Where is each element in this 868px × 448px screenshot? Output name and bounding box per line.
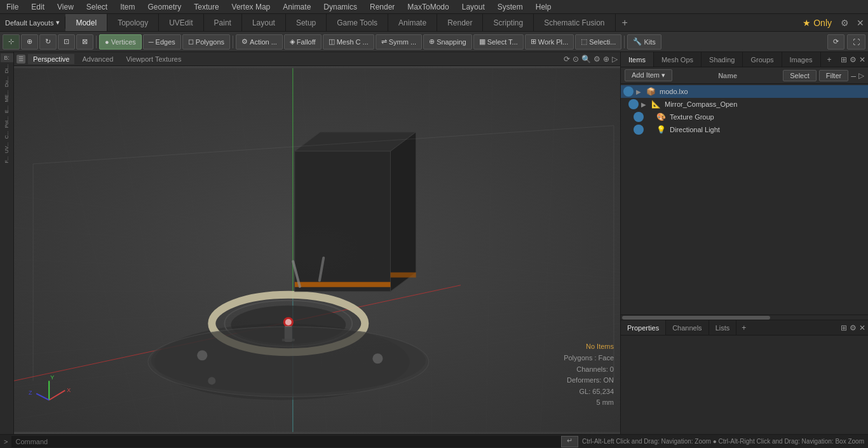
tab-add-button[interactable]: + <box>616 15 634 31</box>
menu-item[interactable]: Item <box>114 1 141 13</box>
tab-scripting[interactable]: Scripting <box>483 14 534 31</box>
props-tab-properties[interactable]: Properties <box>621 320 666 335</box>
item-row-texture[interactable]: 🎨 Texture Group <box>621 111 868 123</box>
menu-vertexmap[interactable]: Vertex Map <box>226 1 277 13</box>
item-expand-modo[interactable]: ▶ <box>636 88 644 95</box>
tab-paint[interactable]: Paint <box>204 14 242 31</box>
right-tab-groups[interactable]: Groups <box>743 52 782 67</box>
item-row-mirror[interactable]: ▶ 📐 Mirror_Compass_Open <box>621 98 868 111</box>
viewport-tab-advanced[interactable]: Advanced <box>77 54 118 64</box>
menu-geometry[interactable]: Geometry <box>142 1 188 13</box>
tool-snapping-button[interactable]: ⊕ Snapping <box>423 34 472 50</box>
tool-select-type-button[interactable]: ▦ Select T... <box>473 34 524 50</box>
tool-selection-button[interactable]: ⬚ Selecti... <box>575 34 621 50</box>
right-panel-close-icon[interactable]: ✕ <box>859 55 865 64</box>
props-close-icon[interactable]: ✕ <box>859 323 865 332</box>
tab-schematic[interactable]: Schematic Fusion <box>534 14 615 31</box>
tab-gametools[interactable]: Game Tools <box>327 14 388 31</box>
right-panel-settings-icon[interactable]: ⚙ <box>850 55 857 64</box>
tool-vertices-button[interactable]: ● Vertices <box>99 34 142 50</box>
tool-rotate-icon[interactable]: ↻ <box>39 34 57 50</box>
item-expand-mirror[interactable]: ▶ <box>641 101 649 108</box>
tool-symm-button[interactable]: ⇌ Symm ... <box>376 34 422 50</box>
command-enter-button[interactable]: ↵ <box>561 436 578 447</box>
tool-polygons-button[interactable]: ◻ Polygons <box>182 34 230 50</box>
menu-edit[interactable]: Edit <box>25 1 51 13</box>
canvas-3d-view[interactable]: X Y Z No Items Polygons : Face Channels:… <box>14 66 620 434</box>
left-tool-0[interactable]: B: <box>1 53 13 62</box>
viewport-settings-icon[interactable]: ⚙ <box>593 55 600 64</box>
item-visibility-texture[interactable] <box>634 112 644 122</box>
items-minus-icon[interactable]: – <box>851 71 856 81</box>
right-tab-items[interactable]: Items <box>621 52 654 67</box>
items-scrollbar[interactable] <box>621 315 868 320</box>
command-input[interactable] <box>11 436 561 447</box>
props-tab-lists[interactable]: Lists <box>709 320 737 335</box>
viewport-tab-textures[interactable]: Viewport Textures <box>121 54 186 64</box>
tab-star[interactable]: ★ Only <box>797 15 837 31</box>
select-type-icon: ▦ <box>479 37 485 46</box>
menu-dynamics[interactable]: Dynamics <box>317 1 363 13</box>
props-expand-icon[interactable]: ⊞ <box>841 323 847 332</box>
tab-model[interactable]: Model <box>65 14 107 31</box>
right-tab-shading[interactable]: Shading <box>702 52 743 67</box>
menu-texture[interactable]: Texture <box>187 1 225 13</box>
tab-render[interactable]: Render <box>437 14 483 31</box>
menu-animate[interactable]: Animate <box>276 1 317 13</box>
tab-topology[interactable]: Topology <box>107 14 159 31</box>
reset-view-button[interactable]: ⟳ <box>827 34 844 50</box>
tool-workplane-button[interactable]: ⊞ Work Pl... <box>525 34 574 50</box>
tool-falloff-button[interactable]: ◈ Falloff <box>284 34 322 50</box>
item-row-modo[interactable]: ▶ 📦 modo.lxo <box>621 85 868 98</box>
tab-settings-icon[interactable]: ⚙ <box>837 17 853 29</box>
select-button[interactable]: Select <box>783 70 817 81</box>
right-tab-images[interactable]: Images <box>782 52 821 67</box>
fullscreen-button[interactable]: ⛶ <box>847 34 865 50</box>
menu-select[interactable]: Select <box>80 1 114 13</box>
canvas-3d-area[interactable]: X Y Z No Items Polygons : Face Channels:… <box>14 66 620 434</box>
tab-animate[interactable]: Animate <box>388 14 437 31</box>
menu-view[interactable]: View <box>51 1 80 13</box>
tool-select-icon[interactable]: ⊹ <box>3 34 20 50</box>
menu-help[interactable]: Help <box>529 1 558 13</box>
item-visibility-mirror[interactable] <box>628 99 639 109</box>
menu-file[interactable]: File <box>0 1 25 13</box>
viewport-zoom-icon[interactable]: 🔍 <box>581 55 591 64</box>
layout-selector[interactable]: Default Layouts ▾ <box>0 17 65 29</box>
props-tab-add[interactable]: + <box>736 322 751 334</box>
tab-layout[interactable]: Layout <box>242 14 286 31</box>
viewport-expand-icon[interactable]: ⊕ <box>603 55 609 64</box>
polygons-status: Polygons : Face <box>564 353 614 364</box>
viewport-play-icon[interactable]: ▷ <box>612 55 618 64</box>
viewport-target-icon[interactable]: ⊙ <box>573 55 579 64</box>
tool-kits-button[interactable]: 🔧 Kits <box>627 34 661 50</box>
props-tab-channels[interactable]: Channels <box>666 320 709 335</box>
tab-close-icon[interactable]: ✕ <box>853 17 868 29</box>
viewport-tab-perspective[interactable]: Perspective <box>28 54 74 64</box>
props-settings-icon[interactable]: ⚙ <box>850 323 857 332</box>
viewport-menu-icon[interactable]: ☰ <box>17 55 25 64</box>
menu-layout[interactable]: Layout <box>456 1 491 13</box>
tool-action-button[interactable]: ⚙ Action ... <box>236 34 283 50</box>
menu-maxtomodo[interactable]: MaxToModo <box>401 1 455 13</box>
tool-transform-icon[interactable]: ⊠ <box>76 34 93 50</box>
tool-mesh-button[interactable]: ◫ Mesh C ... <box>323 34 374 50</box>
menu-system[interactable]: System <box>491 1 529 13</box>
right-tab-add[interactable]: + <box>822 53 837 66</box>
items-expand-icon[interactable]: ▷ <box>858 71 864 80</box>
add-item-button[interactable]: Add Item ▾ <box>625 69 672 81</box>
tool-scale-icon[interactable]: ⊡ <box>58 34 75 50</box>
right-panel-expand-icon[interactable]: ⊞ <box>841 55 847 64</box>
item-visibility-modo[interactable] <box>623 86 634 97</box>
menu-render[interactable]: Render <box>363 1 401 13</box>
tab-uvedit[interactable]: UVEdit <box>159 14 203 31</box>
viewport-reset-icon[interactable]: ⟳ <box>564 55 570 64</box>
right-tab-meshops[interactable]: Mesh Ops <box>654 52 702 67</box>
tool-move-icon[interactable]: ⊕ <box>21 34 38 50</box>
svg-point-39 <box>372 353 383 363</box>
item-row-light[interactable]: 💡 Directional Light <box>621 123 868 136</box>
filter-button[interactable]: Filter <box>819 70 848 81</box>
tab-setup[interactable]: Setup <box>286 14 327 31</box>
item-visibility-light[interactable] <box>634 125 644 135</box>
tool-edges-button[interactable]: ─ Edges <box>143 34 181 50</box>
